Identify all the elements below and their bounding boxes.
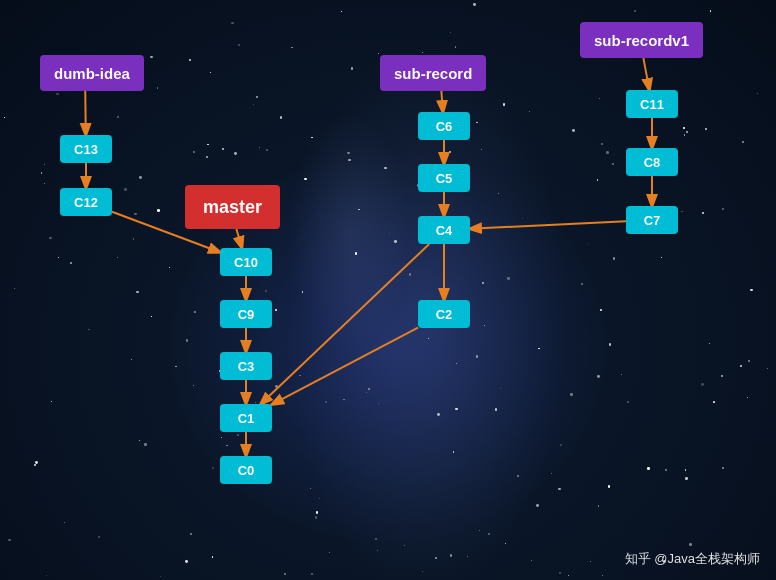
svg-line-14: [643, 58, 649, 90]
svg-line-0: [85, 91, 86, 135]
svg-line-8: [441, 91, 443, 112]
commit-C6: C6: [418, 112, 470, 140]
diagram: dumb-ideamastersub-recordsub-recordv1C13…: [0, 0, 776, 580]
commit-C13: C13: [60, 135, 112, 163]
svg-line-13: [272, 328, 418, 405]
commit-C1: C1: [220, 404, 272, 432]
commit-C10: C10: [220, 248, 272, 276]
svg-line-12: [261, 244, 430, 404]
commit-C4: C4: [418, 216, 470, 244]
branch-sub-recordv1: sub-recordv1: [580, 22, 703, 58]
commit-C12: C12: [60, 188, 112, 216]
svg-line-2: [236, 229, 242, 248]
watermark: 知乎 @Java全栈架构师: [625, 550, 760, 568]
branch-sub-record: sub-record: [380, 55, 486, 91]
commit-C7: C7: [626, 206, 678, 234]
commit-C9: C9: [220, 300, 272, 328]
branch-dumb-idea: dumb-idea: [40, 55, 144, 91]
commit-C11: C11: [626, 90, 678, 118]
commit-C2: C2: [418, 300, 470, 328]
commit-C5: C5: [418, 164, 470, 192]
commit-C0: C0: [220, 456, 272, 484]
commit-C8: C8: [626, 148, 678, 176]
svg-line-17: [470, 221, 626, 229]
commit-C3: C3: [220, 352, 272, 380]
branch-master: master: [185, 185, 280, 229]
